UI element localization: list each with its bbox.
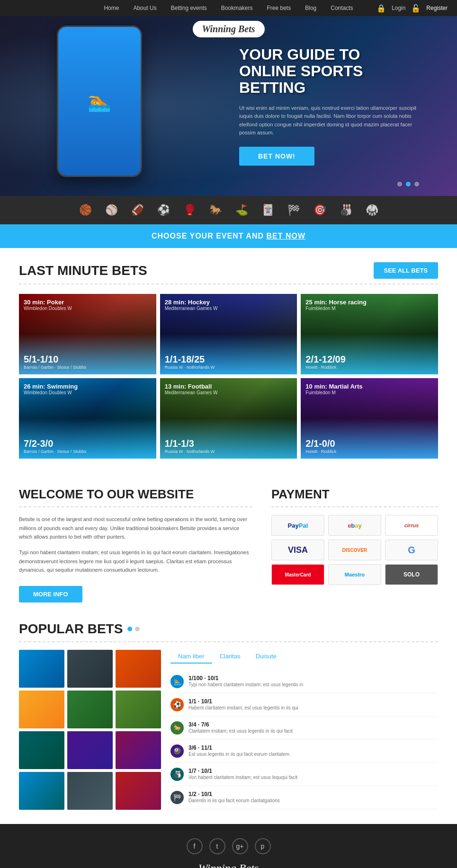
more-info-button[interactable]: MORE INFO bbox=[19, 586, 82, 602]
dot-1[interactable] bbox=[397, 182, 402, 186]
bet-time: 10 min: Martial Arts bbox=[305, 383, 433, 390]
nav-freebets[interactable]: Free bets bbox=[267, 5, 291, 11]
see-all-bets-button[interactable]: SEE ALL BETS bbox=[374, 262, 438, 279]
payment-visa[interactable]: VISA bbox=[271, 540, 324, 560]
facebook-icon[interactable]: f bbox=[187, 838, 203, 854]
tab-nam-liber[interactable]: Nam liber bbox=[170, 650, 212, 664]
bet-now-button[interactable]: BET NOW! bbox=[239, 147, 314, 166]
bet-card-swimming[interactable]: 26 min: Swimming Wimbledon Doubles W 7/2… bbox=[19, 378, 156, 459]
pinterest-icon[interactable]: p bbox=[255, 838, 271, 854]
martial-arts-icon[interactable]: 🥋 bbox=[366, 204, 378, 216]
popular-images-grid bbox=[19, 650, 161, 810]
pop-dot-1[interactable] bbox=[127, 627, 132, 631]
pop-image-beach[interactable] bbox=[19, 731, 64, 769]
bet-subtitle: Mediterranean Games W bbox=[165, 306, 293, 311]
bet-card-top: 13 min: Football Mediterranean Games W bbox=[165, 383, 293, 395]
bet-now-link[interactable]: BET NOW bbox=[266, 232, 305, 240]
golf-icon[interactable]: ⛳ bbox=[235, 204, 248, 216]
welcome-column: WELCOME TO OUR WEBSITE Betsite is one of… bbox=[19, 487, 252, 602]
payment-solo[interactable]: SOLO bbox=[385, 564, 438, 585]
popular-bet-list: 🏊 1/100 · 10/1 Typi non habent claritate… bbox=[170, 670, 438, 809]
pop-image-fight[interactable] bbox=[67, 731, 113, 769]
payment-mastercard[interactable]: MasterCard bbox=[271, 564, 324, 585]
pop-image-cycling[interactable] bbox=[116, 731, 161, 769]
bet-card-bottom: 1/1-1/3 Russia W · Nothorlands W bbox=[165, 438, 293, 454]
nav-contacts[interactable]: Contacts bbox=[331, 5, 353, 11]
twitter-icon[interactable]: t bbox=[209, 838, 225, 854]
bet-description: Von habent claritatem insitam; est usus … bbox=[188, 774, 297, 781]
bet-card-hockey[interactable]: 28 min: Hockey Mediterranean Games W 1/1… bbox=[160, 294, 297, 374]
dot-2[interactable] bbox=[406, 182, 411, 186]
bet-card-horse[interactable]: 25 min: Horse racing Fuimbledon M 2/1-12… bbox=[301, 294, 438, 374]
register-link[interactable]: Register bbox=[426, 5, 448, 11]
popular-title: POPULAR BETS bbox=[19, 621, 123, 637]
bet-players: Barrois / Garbin · Stosur / Stubbs bbox=[24, 365, 152, 370]
bet-card-bottom: 2/1-0/0 Howitt · Roddick bbox=[305, 438, 433, 454]
hero-description: Ut wisi enim ad minim veniam, quis nostr… bbox=[239, 104, 419, 137]
list-item: 🎳 1/7 · 10/1 Von habent claritatem insit… bbox=[170, 763, 438, 786]
pop-image-bike[interactable] bbox=[116, 650, 161, 688]
pop-dot-2[interactable] bbox=[135, 627, 140, 631]
bet-odds: 2/1-12/09 bbox=[305, 354, 433, 365]
bet-card-bottom: 1/1-18/25 Russia W · Nothorlands W bbox=[165, 354, 293, 370]
bet-subtitle: Wimbledon Doubles W bbox=[24, 390, 152, 395]
football-icon[interactable]: 🏈 bbox=[131, 204, 144, 216]
tab-claritas[interactable]: Claritas bbox=[212, 650, 248, 664]
sport-icon-horse: 🐎 bbox=[170, 721, 184, 735]
login-link[interactable]: Login bbox=[392, 5, 405, 11]
bet-card-content: 28 min: Hockey Mediterranean Games W 1/1… bbox=[160, 294, 297, 374]
bet-card-poker[interactable]: 30 min: Poker Wimbledon Doubles W 5/1-1/… bbox=[19, 294, 156, 374]
payment-discover[interactable]: DISCOVER bbox=[328, 540, 381, 560]
bet-time: 28 min: Hockey bbox=[165, 299, 293, 306]
bet-card-martial[interactable]: 10 min: Martial Arts Fuimbledon M 2/1-0/… bbox=[301, 378, 438, 459]
list-item: ⚽ 1/1 · 10/1 Habent claritatem insitam; … bbox=[170, 693, 438, 717]
payment-paypal[interactable]: PayPal bbox=[271, 515, 324, 536]
bet-players: Russia W · Nothorlands W bbox=[165, 365, 293, 370]
welcome-payment-section: WELCOME TO OUR WEBSITE Betsite is one of… bbox=[0, 473, 457, 617]
nav-blog[interactable]: Blog bbox=[305, 5, 316, 11]
bet-card-football[interactable]: 13 min: Football Mediterranean Games W 1… bbox=[160, 378, 297, 459]
popular-bets-section: POPULAR BETS Nam liber Claritas Duisute bbox=[0, 617, 457, 824]
nav-bookmakers[interactable]: Bookmakers bbox=[221, 5, 253, 11]
boxing-icon[interactable]: 🥊 bbox=[183, 204, 196, 216]
payment-cirrus[interactable]: cirrus bbox=[385, 515, 438, 536]
cards-icon[interactable]: 🃏 bbox=[261, 204, 274, 216]
soccer-icon[interactable]: ⚽ bbox=[157, 204, 170, 216]
nav-home[interactable]: Home bbox=[104, 5, 119, 11]
nav-about[interactable]: About Us bbox=[133, 5, 156, 11]
pop-image-water[interactable] bbox=[19, 772, 64, 810]
pop-image-gym[interactable] bbox=[67, 650, 113, 688]
payment-title: PAYMENT bbox=[271, 487, 438, 507]
list-item: 🎱 3/6 · 11/1 Est usus legentis in iis qu… bbox=[170, 740, 438, 763]
racing-flag-icon[interactable]: 🏁 bbox=[287, 204, 300, 216]
payment-maestro[interactable]: Maestro bbox=[328, 564, 381, 585]
bet-time: 25 min: Horse racing bbox=[305, 299, 433, 306]
payment-google[interactable]: G bbox=[385, 540, 438, 560]
pop-image-tennis[interactable] bbox=[19, 691, 64, 728]
nav-betting[interactable]: Betting events bbox=[171, 5, 207, 11]
payment-ebay[interactable]: ebay bbox=[328, 515, 381, 536]
darts-icon[interactable]: 🎯 bbox=[314, 204, 326, 216]
hero-section: Winning Bets 🏊 YOUR GUIDE TO ONLINE SPOR… bbox=[0, 16, 457, 196]
bet-card-content: 26 min: Swimming Wimbledon Doubles W 7/2… bbox=[19, 378, 156, 459]
pop-image-swim[interactable] bbox=[19, 650, 64, 688]
welcome-text-1: Betsite is one of the largest and most s… bbox=[19, 515, 252, 541]
dot-3[interactable] bbox=[414, 182, 419, 186]
pop-image-boxing[interactable] bbox=[116, 772, 161, 810]
bet-info: 1/1 · 10/1 Habent claritatem insitam; es… bbox=[188, 698, 298, 711]
bet-time: 30 min: Poker bbox=[24, 299, 152, 306]
tab-duisute[interactable]: Duisute bbox=[248, 650, 284, 664]
bet-info: 1/100 · 10/1 Typi non habent claritatem … bbox=[188, 675, 303, 688]
hero-content: YOUR GUIDE TO ONLINE SPORTS BETTING Ut w… bbox=[239, 46, 419, 166]
googleplus-icon[interactable]: g+ bbox=[232, 838, 248, 854]
basketball-icon[interactable]: 🏀 bbox=[79, 204, 92, 216]
hero-carousel-dots bbox=[397, 182, 419, 186]
pop-image-field[interactable] bbox=[116, 691, 161, 728]
pop-image-phone[interactable] bbox=[67, 772, 113, 810]
bet-card-top: 28 min: Hockey Mediterranean Games W bbox=[165, 299, 293, 311]
pop-image-soccer[interactable] bbox=[67, 691, 113, 728]
baseball-icon[interactable]: ⚾ bbox=[105, 204, 118, 216]
bowling-icon[interactable]: 🎳 bbox=[340, 204, 352, 216]
horse-racing-icon[interactable]: 🐎 bbox=[209, 204, 222, 216]
register-icon: 🔓 bbox=[411, 4, 421, 13]
